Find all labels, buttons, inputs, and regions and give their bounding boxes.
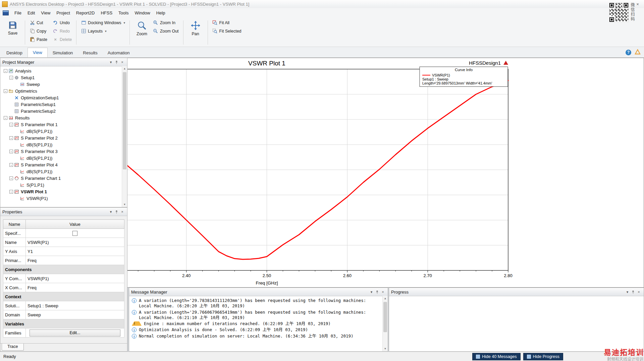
property-value[interactable]: Sweep (26, 310, 124, 319)
close-icon[interactable]: × (636, 289, 642, 295)
tree-item[interactable]: -S Parameter Plot 4 (2, 161, 122, 168)
property-row[interactable]: Y AxisY1 (3, 247, 124, 256)
property-row[interactable]: Soluti...Setup1 : Sweep (3, 301, 124, 310)
property-value[interactable]: VSWR(P1) (26, 274, 124, 283)
message-item[interactable]: iA variation (Length='29.7660679665419mm… (132, 310, 380, 321)
project-manager-header[interactable]: Project Manager ▾ × (0, 58, 127, 66)
scrollbar-thumb[interactable] (383, 302, 387, 332)
tree-item[interactable]: -Setup1 (2, 74, 122, 81)
property-row[interactable]: Primar...Freq (3, 256, 124, 265)
chevron-down-icon[interactable]: ▾ (108, 59, 114, 65)
docking-windows-button[interactable]: Docking Windows ▾ (79, 18, 127, 27)
menu-tools[interactable]: Tools (115, 9, 131, 17)
tree-toggle-icon[interactable]: - (4, 89, 7, 93)
tree-toggle-icon[interactable]: - (4, 116, 7, 120)
tree-toggle-icon[interactable]: - (9, 150, 13, 153)
menu-edit[interactable]: Edit (24, 9, 38, 17)
tree-item[interactable]: Sweep (2, 81, 122, 88)
message-manager-header[interactable]: Message Manager ▾ × (129, 288, 388, 296)
close-icon[interactable]: × (119, 209, 125, 215)
pin-icon[interactable] (630, 289, 636, 295)
chevron-down-icon[interactable]: ▾ (625, 289, 630, 295)
close-icon[interactable]: × (119, 59, 125, 65)
tab-automation[interactable]: Automation (103, 48, 135, 57)
message-item[interactable]: iA variation (Length='29.7838143111203mm… (132, 298, 380, 309)
chevron-down-icon[interactable]: ▾ (369, 289, 374, 295)
property-value[interactable]: Freq (26, 283, 124, 292)
tree-item[interactable]: ParametricSetup2 (2, 108, 122, 114)
pin-icon[interactable] (374, 289, 380, 295)
zoom-button[interactable]: Zoom (132, 18, 151, 37)
tree-item[interactable]: -Optimetrics (2, 88, 122, 94)
chevron-down-icon[interactable]: ▾ (108, 209, 114, 215)
layouts-button[interactable]: Layouts ▾ (79, 27, 127, 35)
close-button[interactable]: × (635, 2, 641, 7)
hide-messages-button[interactable]: Hide 40 Messages (472, 353, 521, 360)
fit-selected-button[interactable]: Fit Selected (211, 27, 243, 35)
pin-icon[interactable] (114, 59, 119, 65)
save-button[interactable]: Save (3, 18, 22, 36)
tree-item[interactable]: -Analysis (2, 67, 122, 74)
property-value[interactable]: VSWR(P1) (26, 238, 124, 247)
project-tree-scrollbar[interactable]: ▲ ▼ (122, 66, 127, 207)
property-row[interactable]: Context (3, 292, 124, 301)
menu-file[interactable]: File (11, 9, 24, 17)
tab-trace[interactable]: Trace (2, 344, 24, 351)
tab-view[interactable]: View (28, 48, 48, 57)
message-item[interactable]: !Engine : maximum number of iterations r… (132, 321, 380, 326)
tree-item[interactable]: dB(S(P1,P1)) (2, 141, 122, 148)
column-header-value[interactable]: Value (26, 220, 124, 229)
tree-item[interactable]: -VSWR Plot 1 (2, 188, 122, 195)
specify-checkbox[interactable] (72, 231, 77, 236)
mdi-child-icon[interactable] (3, 10, 9, 15)
progress-header[interactable]: Progress ▾ × (389, 288, 644, 296)
scrollbar-thumb[interactable] (123, 72, 126, 169)
tree-toggle-icon[interactable]: - (9, 176, 13, 180)
pin-icon[interactable] (114, 209, 119, 215)
tree-item[interactable]: -S Parameter Plot 1 (2, 121, 122, 128)
tree-toggle-icon[interactable]: - (9, 123, 13, 126)
property-row[interactable]: FamiliesEdit... (3, 328, 124, 338)
property-row[interactable]: Components (3, 265, 124, 274)
families-edit-button[interactable]: Edit... (30, 329, 121, 337)
tree-item[interactable]: -Results (2, 114, 122, 121)
paste-button[interactable]: Paste (28, 35, 49, 44)
tree-item[interactable]: dB(S(P1,P1)) (2, 168, 122, 175)
menu-report2d[interactable]: Report2D (73, 9, 98, 17)
zoom-in-button[interactable]: Zoom In (151, 18, 180, 27)
tree-item[interactable]: -S Parameter Chart 1 (2, 175, 122, 182)
hide-progress-button[interactable]: Hide Progress (523, 353, 563, 360)
scroll-down-icon[interactable]: ▼ (122, 202, 127, 207)
property-value[interactable]: Setup1 : Sweep (26, 301, 124, 310)
fit-all-button[interactable]: Fit All (211, 18, 243, 27)
tree-item[interactable]: OptimizationSetup1 (2, 94, 122, 101)
menu-window[interactable]: Window (131, 9, 153, 17)
scroll-up-icon[interactable]: ▲ (383, 296, 388, 301)
tree-item[interactable]: dB(S(P1,P1)) (2, 155, 122, 161)
property-row[interactable]: Y Com...VSWR(P1) (3, 274, 124, 283)
property-row[interactable]: DomainSweep (3, 310, 124, 319)
column-header-name[interactable]: Name (3, 220, 26, 229)
copy-button[interactable]: Copy (28, 27, 49, 35)
properties-header[interactable]: Properties ▾ × (0, 208, 127, 216)
close-icon[interactable]: × (380, 289, 386, 295)
property-value[interactable]: Freq (26, 256, 124, 265)
undo-button[interactable]: Undo (51, 18, 73, 27)
property-row[interactable]: X Com...Freq (3, 283, 124, 292)
zoom-out-button[interactable]: Zoom Out (151, 27, 180, 35)
message-scrollbar[interactable]: ▲ ▼ (382, 296, 388, 351)
tree-toggle-icon[interactable]: - (9, 136, 13, 140)
tree-item[interactable]: VSWR(P1) (2, 195, 122, 202)
message-item[interactable]: iOptimization Analysis is done - Solved.… (132, 327, 380, 332)
tab-simulation[interactable]: Simulation (48, 48, 78, 57)
redo-button[interactable]: Redo (51, 27, 73, 35)
scroll-down-icon[interactable]: ▼ (383, 346, 388, 351)
help-icon[interactable]: ? (626, 50, 631, 55)
tree-toggle-icon[interactable]: - (4, 69, 7, 73)
property-row[interactable]: Variables (3, 319, 124, 328)
tree-toggle-icon[interactable]: - (9, 190, 13, 194)
pan-button[interactable]: Pan (186, 18, 205, 37)
tree-item[interactable]: ParametricSetup1 (2, 101, 122, 108)
menu-hfss[interactable]: HFSS (98, 9, 115, 17)
cut-button[interactable]: Cut (28, 18, 49, 27)
